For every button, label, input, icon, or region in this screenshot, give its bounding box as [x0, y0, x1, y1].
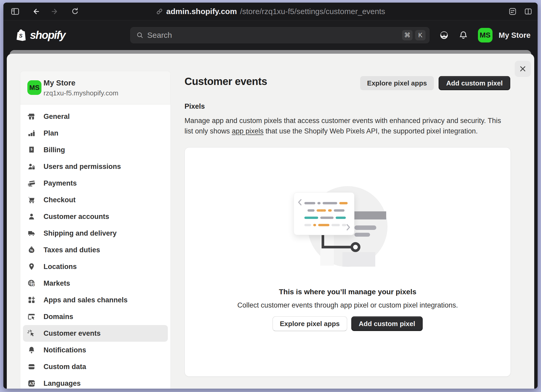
sidebar-item-label: Languages — [44, 379, 81, 388]
illustration-circle — [308, 186, 388, 267]
notifications-bell-icon[interactable] — [459, 30, 468, 40]
sidebar-store-name: My Store — [44, 79, 75, 87]
customer-accounts-icon — [27, 212, 36, 221]
sidebar-item-domains[interactable]: Domains — [23, 308, 168, 325]
kbd-k: K — [415, 30, 426, 40]
sidebar-item-label: Domains — [44, 313, 73, 321]
sidebar-item-plan[interactable]: Plan — [23, 125, 168, 142]
sidebar-item-taxes-and-duties[interactable]: %Taxes and duties — [23, 242, 168, 258]
taxes-icon: % — [27, 246, 36, 254]
sidebar-item-customer-events[interactable]: Customer events — [23, 325, 168, 342]
payments-icon — [27, 179, 36, 187]
store-icon — [27, 112, 36, 121]
sidebar-item-label: Checkout — [44, 196, 76, 204]
sidebar-item-label: Billing — [44, 146, 65, 154]
sidebar-item-label: Apps and sales channels — [44, 296, 128, 304]
search-icon — [136, 32, 144, 39]
close-icon — [519, 65, 526, 72]
sidebar-item-label: Markets — [44, 279, 70, 287]
app-pixels-link[interactable]: app pixels — [232, 127, 264, 135]
close-button[interactable] — [515, 61, 531, 77]
locations-icon — [27, 262, 36, 271]
sidebar-item-label: General — [44, 113, 70, 121]
empty-state-body: Collect customer events through app pixe… — [185, 301, 511, 309]
settings-sidebar: MS My Store rzq1xu-f5.myshopify.com Gene… — [20, 71, 171, 389]
sidebar-item-general[interactable]: General — [23, 108, 168, 125]
sidebar-item-label: Notifications — [44, 346, 86, 354]
link-icon — [156, 8, 163, 15]
sidebar-item-shipping-and-delivery[interactable]: Shipping and delivery — [23, 225, 168, 242]
empty-explore-pixel-apps-button[interactable]: Explore pixel apps — [273, 316, 347, 331]
header-store-name[interactable]: My Store — [499, 31, 531, 40]
sidebar-item-languages[interactable]: ALanguages — [23, 375, 168, 389]
code-bracket-left-icon — [297, 199, 303, 206]
sidebar-store-avatar: MS — [27, 80, 41, 95]
sidebar-item-label: Customer accounts — [44, 213, 109, 221]
address-bar[interactable]: admin.shopify.com/store/rzq1xu-f5/settin… — [3, 3, 538, 20]
pixels-section-heading: Pixels — [185, 102, 205, 111]
split-view-icon[interactable] — [524, 7, 532, 16]
notifications-icon — [27, 346, 36, 354]
url-path: /store/rzq1xu-f5/settings/customer_event… — [240, 7, 385, 16]
languages-icon: A — [27, 379, 36, 388]
admin-header: S shopify Search ⌘ K MS My Store — [3, 20, 538, 50]
search-input[interactable]: Search ⌘ K — [130, 27, 429, 43]
sidebar-item-label: Plan — [44, 129, 58, 137]
svg-text:%: % — [30, 249, 33, 252]
connector-node — [351, 242, 360, 252]
pixels-empty-state-card: This is where you’ll manage your pixels … — [185, 147, 511, 377]
connector-line — [322, 235, 324, 248]
browser-window: admin.shopify.com/store/rzq1xu-f5/settin… — [3, 3, 538, 389]
sidekick-assistant-icon[interactable] — [439, 30, 449, 40]
modal-backdrop: MS My Store rzq1xu-f5.myshopify.com Gene… — [3, 50, 538, 389]
sidebar-item-custom-data[interactable]: Custom data — [23, 358, 168, 375]
sidebar-item-payments[interactable]: Payments — [23, 175, 168, 192]
description-after: that use the Shopify Web Pixels API, the… — [263, 127, 478, 135]
store-card: MS My Store rzq1xu-f5.myshopify.com — [20, 71, 170, 105]
sidebar-item-customer-accounts[interactable]: Customer accounts — [23, 208, 168, 225]
sidebar-item-label: Taxes and duties — [44, 246, 100, 254]
search-placeholder: Search — [147, 31, 399, 40]
settings-nav: GeneralPlan$BillingUsers and permissions… — [20, 105, 170, 389]
svg-text:S: S — [19, 33, 23, 39]
svg-text:$: $ — [33, 283, 34, 286]
sidebar-store-domain: rzq1xu-f5.myshopify.com — [44, 89, 118, 97]
billing-icon: $ — [27, 146, 36, 154]
markets-icon: $ — [27, 279, 36, 287]
browser-chrome: admin.shopify.com/store/rzq1xu-f5/settin… — [3, 3, 538, 20]
sidebar-item-label: Payments — [44, 179, 77, 187]
shipping-icon — [27, 229, 36, 237]
empty-state-heading: This is where you’ll manage your pixels — [185, 288, 511, 296]
add-custom-pixel-button[interactable]: Add custom pixel — [439, 76, 510, 90]
custom-data-icon — [27, 363, 36, 371]
sidebar-item-locations[interactable]: Locations — [23, 258, 168, 275]
plan-icon — [27, 129, 36, 137]
shopify-logo[interactable]: S shopify — [15, 20, 65, 50]
customer-events-icon — [27, 329, 36, 338]
explore-pixel-apps-button[interactable]: Explore pixel apps — [360, 76, 434, 90]
checkout-icon — [27, 196, 36, 204]
url-host: admin.shopify.com — [166, 7, 237, 16]
sidebar-item-apps-and-sales-channels[interactable]: Apps and sales channels — [23, 292, 168, 308]
code-snippet-card — [294, 192, 354, 235]
store-avatar[interactable]: MS — [478, 28, 493, 42]
empty-add-custom-pixel-button[interactable]: Add custom pixel — [351, 316, 423, 331]
svg-text:A: A — [29, 382, 32, 386]
sidebar-item-checkout[interactable]: Checkout — [23, 192, 168, 208]
sidebar-item-label: Shipping and delivery — [44, 229, 117, 237]
svg-text:$: $ — [30, 148, 32, 151]
code-bracket-right-icon — [345, 224, 351, 231]
sidebar-item-label: Custom data — [44, 363, 86, 371]
sidebar-item-label: Locations — [44, 263, 77, 271]
sidebar-item-users-and-permissions[interactable]: Users and permissions — [23, 158, 168, 175]
page-settings-icon[interactable] — [508, 7, 517, 16]
page-title: Customer events — [185, 76, 267, 87]
sidebar-item-notifications[interactable]: Notifications — [23, 342, 168, 358]
sidebar-item-billing[interactable]: $Billing — [23, 142, 168, 158]
pixels-illustration — [185, 148, 511, 376]
domains-icon — [27, 313, 36, 321]
sidebar-item-label: Customer events — [44, 329, 101, 338]
shopify-bag-icon: S — [15, 28, 28, 42]
settings-modal: MS My Store rzq1xu-f5.myshopify.com Gene… — [7, 54, 534, 389]
sidebar-item-markets[interactable]: $Markets — [23, 275, 168, 292]
